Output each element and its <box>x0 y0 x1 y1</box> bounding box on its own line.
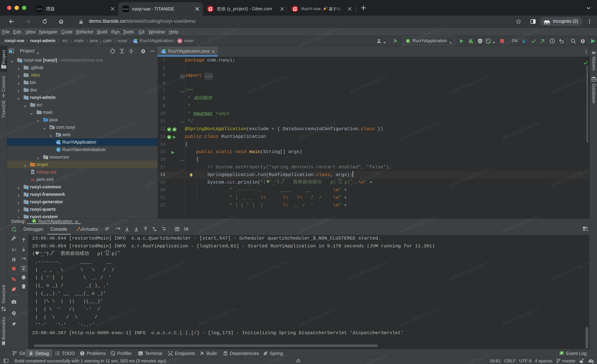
svg-text:m: m <box>178 39 181 43</box>
svg-text:C: C <box>57 148 60 152</box>
svg-text:2: 2 <box>561 351 562 355</box>
svg-text:m: m <box>592 50 596 55</box>
svg-text:<t>: <t> <box>37 8 42 11</box>
svg-text:m: m <box>31 177 34 182</box>
svg-text:I: I <box>165 229 166 232</box>
svg-text:?: ? <box>590 359 592 362</box>
svg-text:<t>: <t> <box>123 8 129 11</box>
